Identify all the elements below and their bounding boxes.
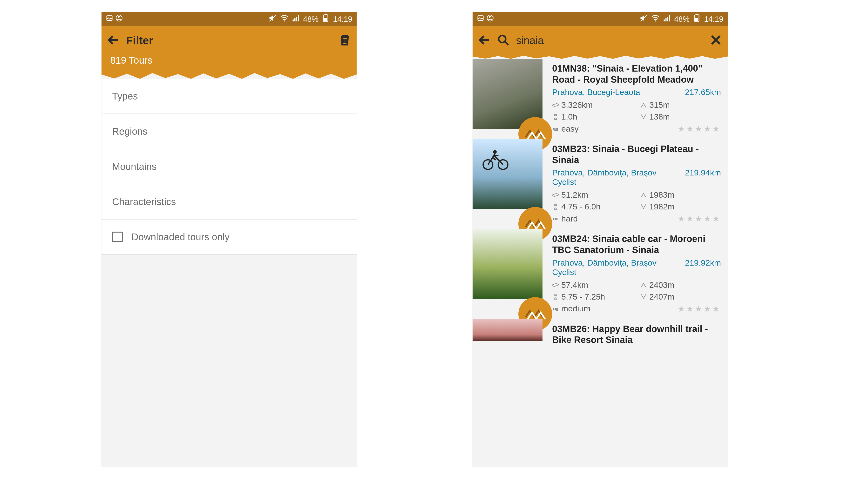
svg-rect-34 (555, 128, 556, 130)
svg-rect-11 (324, 18, 327, 21)
difficulty-icon (552, 125, 559, 132)
tour-region: Prahova, Bucegi-Leaota (552, 88, 640, 97)
search-icon[interactable] (497, 34, 509, 47)
ascent-icon (640, 282, 647, 288)
image-icon (477, 14, 484, 24)
header-edge (472, 55, 728, 59)
svg-rect-8 (298, 15, 299, 22)
svg-rect-45 (555, 308, 556, 310)
descent-icon (640, 114, 647, 120)
filter-item-characteristics[interactable]: Characteristics (101, 184, 356, 220)
account-icon (116, 14, 123, 24)
stat-rating: ★★★★★ (640, 124, 721, 133)
stat-difficulty: medium (552, 304, 633, 314)
filter-item-regions[interactable]: Regions (101, 114, 356, 149)
battery-percent: 48% (303, 15, 318, 24)
battery-icon (321, 14, 330, 24)
svg-rect-25 (695, 14, 698, 15)
filter-item-mountains[interactable]: Mountains (101, 149, 356, 184)
svg-rect-26 (695, 18, 698, 21)
difficulty-icon (552, 306, 559, 312)
svg-rect-6 (294, 18, 296, 22)
signal-icon (662, 14, 671, 24)
descent-icon (640, 203, 647, 210)
ruler-icon (552, 192, 559, 198)
back-button[interactable] (107, 34, 119, 47)
star-icons: ★★★★★ (678, 304, 721, 314)
stat-ascent: 2403m (640, 280, 721, 290)
header-edge (101, 72, 356, 79)
stat-length: 3.326km (552, 100, 633, 110)
filter-options-list: Types Regions Mountains Characteristics … (101, 79, 356, 255)
back-button[interactable] (478, 34, 490, 47)
svg-rect-5 (292, 20, 294, 22)
stat-duration: 4.75 - 6.0h (552, 202, 633, 211)
tour-title: 03MB23: Sinaia - Bucegi Plateau - Sinaia (552, 143, 721, 166)
stat-rating: ★★★★★ (640, 304, 721, 314)
difficulty-icon (552, 215, 559, 222)
tour-thumbnail (472, 229, 542, 299)
star-icons: ★★★★★ (678, 124, 721, 133)
filter-item-label: Regions (112, 126, 148, 137)
stat-difficulty: hard (552, 214, 633, 223)
svg-rect-10 (324, 14, 327, 15)
svg-rect-46 (557, 308, 558, 310)
svg-rect-39 (552, 193, 558, 197)
wifi-icon (280, 14, 289, 24)
descent-icon (640, 293, 647, 300)
hourglass-icon (552, 114, 559, 120)
search-results-list[interactable]: 01MN38: "Sinaia - Elevation 1,400" Road … (472, 59, 728, 351)
svg-rect-22 (667, 17, 669, 22)
stat-duration: 5.75 - 7.25h (552, 292, 633, 301)
stat-descent: 1982m (640, 202, 721, 211)
svg-point-2 (118, 17, 120, 18)
filter-title: Filter (126, 34, 332, 47)
svg-rect-42 (557, 218, 558, 220)
clear-search-button[interactable] (710, 34, 722, 47)
stat-length: 51.2km (552, 190, 633, 199)
stat-descent: 138m (640, 112, 721, 122)
stat-rating: ★★★★★ (640, 214, 721, 223)
svg-point-17 (489, 17, 491, 18)
search-result-card[interactable]: 03MB26: Happy Bear downhill trail - Bike… (472, 319, 728, 351)
filter-item-label: Characteristics (112, 196, 176, 207)
filter-item-label: Mountains (112, 161, 157, 172)
svg-rect-35 (557, 128, 558, 130)
bike-silhouette-icon (480, 147, 511, 171)
stat-descent: 2407m (640, 292, 721, 301)
clear-filter-button[interactable] (339, 34, 351, 47)
svg-rect-21 (665, 18, 667, 22)
clock-text: 14:19 (333, 15, 352, 24)
filter-item-label: Types (112, 91, 138, 102)
search-result-card[interactable]: 03MB24: Sinaia cable car - Moroeni TBC S… (472, 229, 728, 317)
stat-length: 57.4km (552, 280, 633, 290)
star-icons: ★★★★★ (678, 214, 721, 223)
battery-percent: 48% (674, 15, 689, 24)
search-screen: 48% 14:19 sinaia (472, 12, 728, 467)
ascent-icon (640, 192, 647, 198)
account-icon (487, 14, 494, 24)
mute-icon (640, 14, 648, 24)
tour-distance: 219.92km (685, 258, 721, 277)
stat-ascent: 1983m (640, 190, 721, 199)
signal-icon (291, 14, 300, 24)
search-input[interactable]: sinaia (516, 34, 703, 46)
filter-item-downloaded[interactable]: Downloaded tours only (101, 220, 356, 255)
search-header: sinaia (472, 26, 728, 55)
tour-thumbnail (472, 319, 542, 341)
tour-distance: 219.94km (685, 168, 721, 187)
tour-distance: 217.65km (685, 88, 721, 97)
filter-item-types[interactable]: Types (101, 79, 356, 114)
svg-rect-43 (552, 283, 558, 287)
svg-point-19 (655, 21, 656, 22)
battery-icon (692, 14, 701, 24)
tour-thumbnail (472, 139, 542, 209)
mute-icon (268, 14, 277, 24)
tour-title: 03MB24: Sinaia cable car - Moroeni TBC S… (552, 233, 721, 255)
ruler-icon (552, 282, 559, 288)
hourglass-icon (552, 293, 559, 300)
hourglass-icon (552, 203, 559, 210)
search-result-card[interactable]: 03MB23: Sinaia - Bucegi Plateau - Sinaia… (472, 139, 728, 227)
downloaded-checkbox[interactable] (112, 232, 123, 242)
search-result-card[interactable]: 01MN38: "Sinaia - Elevation 1,400" Road … (472, 59, 728, 137)
